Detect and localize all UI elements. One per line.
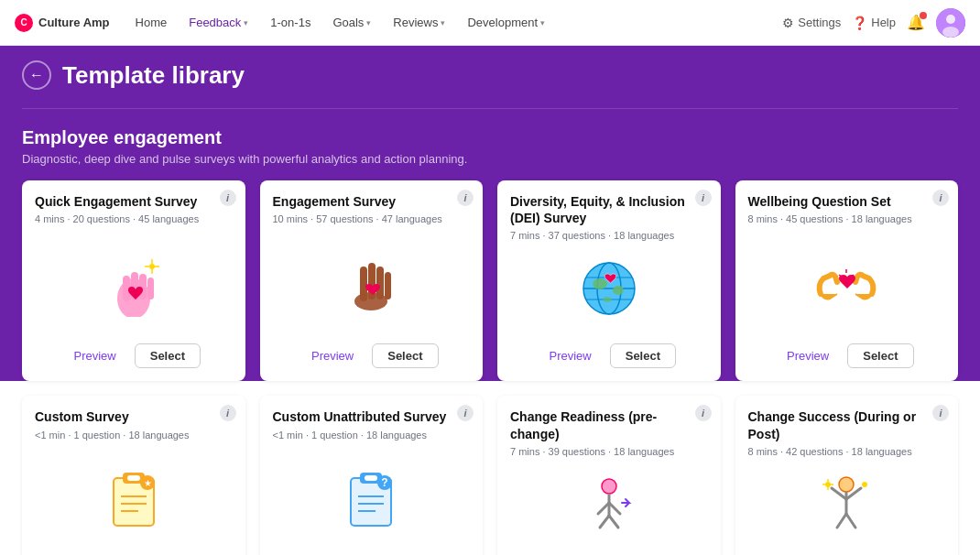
card-illustration-4	[748, 224, 946, 336]
preview-btn-2[interactable]: Preview	[304, 345, 361, 366]
svg-text:★: ★	[143, 478, 151, 488]
svg-line-50	[609, 516, 618, 528]
card-title-1: Quick Engagement Survey	[35, 193, 214, 210]
nav-reviews[interactable]: Reviews▾	[384, 10, 454, 35]
svg-line-48	[609, 503, 620, 514]
cards-grid-row2: i Custom Survey <1 min · 1 question · 18…	[22, 396, 958, 555]
logo[interactable]: C Culture Amp	[15, 14, 110, 32]
card-actions-3: Preview Select	[510, 343, 708, 368]
clipboard-illustration: ★	[97, 460, 170, 533]
info-icon-5[interactable]: i	[220, 405, 236, 421]
logo-text: Culture Amp	[38, 16, 110, 29]
info-icon-4[interactable]: i	[932, 190, 949, 206]
card-title-6: Custom Unattributed Survey	[273, 408, 452, 425]
card-title-7: Change Readiness (pre-change)	[510, 408, 690, 441]
info-icon-2[interactable]: i	[457, 190, 474, 206]
navigation: C Culture Amp Home Feedback▾ 1-on-1s Goa…	[0, 0, 980, 46]
card-change-readiness: i Change Readiness (pre-change) 7 mins ·…	[497, 396, 721, 555]
globe-illustration	[572, 252, 646, 325]
svg-rect-31	[127, 475, 140, 481]
svg-point-51	[839, 477, 854, 492]
select-btn-1[interactable]: Select	[135, 343, 201, 368]
svg-line-49	[600, 516, 609, 528]
card-meta-8: 8 mins · 42 questions · 18 languages	[748, 446, 946, 457]
card-title-3: Diversity, Equity, & Inclusion (DEI) Sur…	[510, 193, 690, 226]
hand-sparkle-illustration	[97, 244, 170, 317]
svg-point-45	[602, 479, 616, 494]
card-quick-engagement: i Quick Engagement Survey 4 mins · 20 qu…	[22, 180, 245, 381]
person-change-illustration	[572, 468, 646, 541]
cards-row-2: i Custom Survey <1 min · 1 question · 18…	[0, 381, 980, 555]
nav-1on1s[interactable]: 1-on-1s	[261, 10, 320, 35]
card-illustration-5: ★	[35, 441, 233, 552]
page-header-section: ← Template library Employee engagement D…	[0, 46, 980, 381]
card-meta-3: 7 mins · 37 questions · 18 languages	[510, 230, 708, 241]
hands-heart-illustration	[810, 244, 883, 317]
card-actions-2: Preview Select	[273, 343, 471, 368]
info-icon-8[interactable]: i	[932, 405, 949, 421]
card-illustration-8	[748, 457, 946, 552]
card-actions-1: Preview Select	[35, 343, 233, 368]
gear-icon: ⚙	[782, 16, 794, 30]
svg-rect-39	[365, 475, 377, 481]
card-meta-2: 10 mins · 57 questions · 47 languages	[273, 213, 471, 224]
svg-line-55	[837, 514, 846, 528]
svg-point-57	[825, 482, 831, 487]
goals-chevron: ▾	[366, 18, 371, 27]
svg-line-27	[839, 275, 842, 277]
cards-row-2-section: i Custom Survey <1 min · 1 question · 18…	[0, 381, 980, 555]
section-header: Employee engagement Diagnostic, deep div…	[0, 109, 980, 166]
card-dei-survey: i Diversity, Equity, & Inclusion (DEI) S…	[497, 180, 721, 381]
card-title-5: Custom Survey	[35, 408, 214, 425]
preview-btn-1[interactable]: Preview	[66, 345, 123, 366]
card-meta-7: 7 mins · 39 questions · 18 languages	[510, 446, 708, 457]
nav-right: ⚙ Settings ❓ Help 🔔	[782, 8, 965, 38]
select-btn-2[interactable]: Select	[372, 343, 438, 368]
cards-row-1: i Quick Engagement Survey 4 mins · 20 qu…	[0, 166, 980, 381]
preview-btn-3[interactable]: Preview	[541, 345, 598, 366]
info-icon-7[interactable]: i	[695, 405, 712, 421]
card-title-8: Change Success (During or Post)	[748, 408, 928, 441]
svg-rect-16	[385, 272, 391, 299]
notification-bell[interactable]: 🔔	[907, 14, 925, 31]
avatar-image	[936, 8, 965, 38]
card-illustration-2	[273, 224, 471, 336]
svg-point-2	[942, 27, 959, 38]
section-subtitle: Diagnostic, deep dive and pulse surveys …	[22, 152, 958, 166]
nav-feedback[interactable]: Feedback▾	[180, 10, 257, 35]
card-actions-4: Preview Select	[748, 343, 946, 368]
card-meta-1: 4 mins · 20 questions · 45 languages	[35, 213, 233, 224]
info-icon-6[interactable]: i	[457, 405, 474, 421]
select-btn-4[interactable]: Select	[847, 343, 913, 368]
settings-button[interactable]: ⚙ Settings	[782, 16, 841, 30]
nav-development[interactable]: Development▾	[458, 10, 554, 35]
reviews-chevron: ▾	[441, 18, 445, 27]
info-icon-1[interactable]: i	[220, 190, 236, 206]
svg-point-25	[603, 297, 612, 302]
notification-badge	[920, 12, 927, 19]
nav-goals[interactable]: Goals▾	[323, 10, 380, 35]
page-header-top: ← Template library	[22, 60, 958, 109]
svg-line-47	[598, 503, 609, 514]
svg-point-58	[862, 482, 867, 487]
svg-point-17	[354, 292, 387, 310]
card-illustration-6: ?	[273, 441, 471, 552]
back-button[interactable]: ←	[22, 60, 51, 90]
help-button[interactable]: ❓ Help	[852, 16, 896, 30]
svg-point-1	[946, 15, 955, 24]
card-engagement-survey: i Engagement Survey 10 mins · 57 questio…	[260, 180, 484, 381]
select-btn-3[interactable]: Select	[610, 343, 676, 368]
user-avatar[interactable]	[936, 8, 965, 38]
card-custom-survey: i Custom Survey <1 min · 1 question · 18…	[22, 396, 245, 555]
feedback-chevron: ▾	[244, 18, 248, 27]
svg-point-8	[149, 264, 155, 269]
preview-btn-4[interactable]: Preview	[779, 345, 836, 366]
nav-home[interactable]: Home	[126, 10, 177, 35]
section-title: Employee engagement	[22, 127, 958, 148]
logo-icon: C	[15, 14, 33, 32]
svg-rect-7	[147, 278, 154, 299]
page-title: Template library	[62, 61, 245, 90]
card-title-2: Engagement Survey	[273, 193, 452, 210]
info-icon-3[interactable]: i	[695, 190, 712, 206]
svg-point-23	[593, 278, 607, 289]
